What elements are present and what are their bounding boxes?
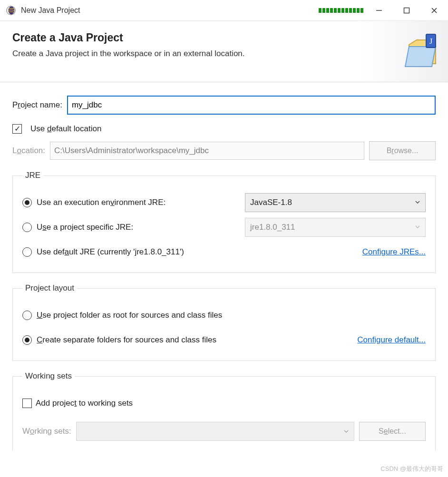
titlebar: New Java Project <box>0 0 448 21</box>
jre-exec-env-label: Use an execution environment JRE: <box>37 198 166 207</box>
working-sets-select <box>76 422 354 441</box>
layout-separate-label: Create separate folders for sources and … <box>37 335 216 345</box>
minimize-button[interactable] <box>365 0 393 21</box>
svg-rect-3 <box>404 8 409 13</box>
jre-project-specific-value: jre1.8.0_311 <box>250 223 295 232</box>
chevron-down-icon <box>415 198 420 207</box>
jre-exec-env-select[interactable]: JavaSE-1.8 <box>245 193 426 212</box>
project-layout-legend: Project layout <box>22 283 77 293</box>
java-project-icon: J <box>402 31 442 71</box>
use-default-location-checkbox[interactable] <box>12 124 22 134</box>
wizard-banner: Create a Java Project Create a Java proj… <box>0 21 448 82</box>
layout-root-radio[interactable] <box>22 311 32 320</box>
jre-project-specific-radio[interactable] <box>22 223 32 232</box>
banner-heading: Create a Java Project <box>12 31 402 44</box>
chevron-down-icon <box>343 428 349 436</box>
layout-option-root: Use project folder as root for sources a… <box>22 304 426 326</box>
working-sets-group: Working sets Add project to working sets… <box>12 371 436 450</box>
jre-option-project-specific: Use a project specific JRE: jre1.8.0_311 <box>22 216 426 238</box>
location-label: Location: <box>12 146 45 156</box>
use-default-location-row: Use default location <box>12 124 436 134</box>
browse-button: Browse... <box>369 141 436 160</box>
jre-option-default: Use default JRE (currently 'jre1.8.0_311… <box>22 241 426 263</box>
maximize-button[interactable] <box>393 0 420 21</box>
project-name-label: Project name: <box>12 100 62 110</box>
jre-default-radio[interactable] <box>22 247 32 257</box>
jre-project-specific-label: Use a project specific JRE: <box>37 223 133 232</box>
svg-text:J: J <box>429 37 432 45</box>
configure-default-link[interactable]: Configure default... <box>357 335 426 345</box>
location-row: Location: Browse... <box>12 141 436 160</box>
window-title: New Java Project <box>21 6 80 15</box>
jre-exec-env-value: JavaSE-1.8 <box>250 198 292 207</box>
working-sets-legend: Working sets <box>22 371 75 381</box>
working-sets-label: Working sets: <box>22 427 71 436</box>
layout-root-label: Use project folder as root for sources a… <box>37 311 222 320</box>
project-name-input[interactable] <box>67 96 436 115</box>
eclipse-icon <box>6 5 16 16</box>
jre-option-execution-env: Use an execution environment JRE: JavaSE… <box>22 192 426 214</box>
project-layout-group: Project layout Use project folder as roo… <box>12 283 436 361</box>
banner-subheading: Create a Java project in the workspace o… <box>12 49 402 58</box>
jre-group: JRE Use an execution environment JRE: Ja… <box>12 171 436 273</box>
jre-project-specific-select: jre1.8.0_311 <box>245 218 426 237</box>
layout-separate-radio[interactable] <box>22 335 32 345</box>
working-sets-add-row: Add project to working sets <box>22 392 426 414</box>
close-button[interactable] <box>420 0 448 21</box>
jre-exec-env-radio[interactable] <box>22 198 32 207</box>
jre-legend: JRE <box>22 171 43 180</box>
layout-option-separate: Create separate folders for sources and … <box>22 329 426 351</box>
jre-default-label: Use default JRE (currently 'jre1.8.0_311… <box>37 247 184 257</box>
add-to-working-sets-label: Add project to working sets <box>36 399 133 408</box>
chevron-down-icon <box>415 223 420 232</box>
add-to-working-sets-checkbox[interactable] <box>22 399 32 408</box>
project-name-row: Project name: <box>12 96 436 115</box>
watermark: CSDN @最伟大的哥哥 <box>380 465 443 473</box>
use-default-location-label: Use default location <box>30 124 101 134</box>
configure-jres-link[interactable]: Configure JREs... <box>362 247 426 257</box>
location-input <box>50 142 364 160</box>
working-sets-select-button: Select... <box>359 422 426 441</box>
progress-bar <box>319 8 363 13</box>
working-sets-row: Working sets: Select... <box>22 422 426 441</box>
